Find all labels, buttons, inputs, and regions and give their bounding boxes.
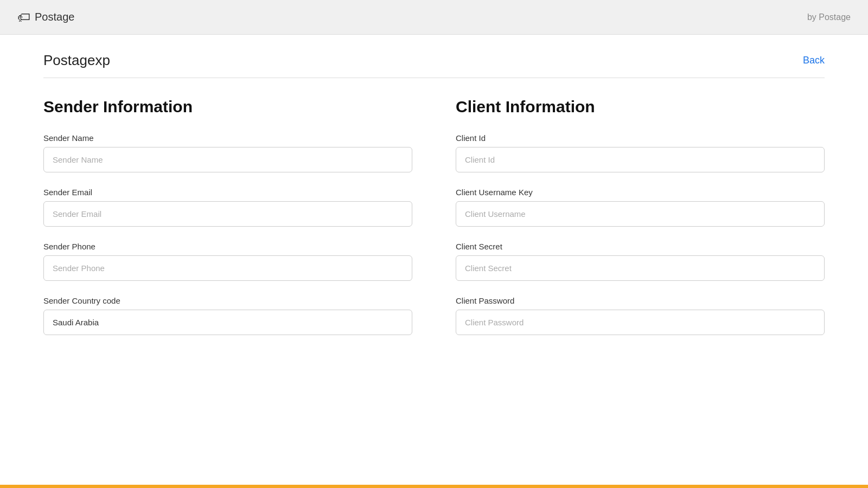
title-divider [43, 78, 825, 78]
sender-phone-label: Sender Phone [43, 242, 412, 251]
by-postage-label: by Postage [807, 12, 851, 22]
client-password-group: Client Password [456, 296, 825, 335]
sender-name-input[interactable] [43, 147, 412, 172]
form-columns: Sender Information Sender Name Sender Em… [43, 98, 825, 350]
logo: 🏷 Postage [17, 10, 74, 25]
sender-country-code-group: Sender Country code [43, 296, 412, 335]
sender-email-input[interactable] [43, 201, 412, 227]
sender-section-title: Sender Information [43, 98, 412, 116]
client-section: Client Information Client Id Client User… [456, 98, 825, 350]
sender-phone-input[interactable] [43, 255, 412, 281]
client-password-label: Client Password [456, 296, 825, 305]
client-secret-label: Client Secret [456, 242, 825, 251]
client-section-title: Client Information [456, 98, 825, 116]
client-username-key-group: Client Username Key [456, 188, 825, 227]
back-button[interactable]: Back [803, 55, 825, 66]
sender-country-code-label: Sender Country code [43, 296, 412, 305]
sender-country-code-input[interactable] [43, 310, 412, 335]
sender-name-label: Sender Name [43, 133, 412, 143]
main-content: Postagexp Back Sender Information Sender… [0, 35, 868, 488]
client-secret-input[interactable] [456, 255, 825, 281]
app-name: Postage [35, 11, 74, 23]
client-password-input[interactable] [456, 310, 825, 335]
page-title: Postagexp [43, 52, 110, 69]
client-secret-group: Client Secret [456, 242, 825, 281]
client-id-input[interactable] [456, 147, 825, 172]
sender-name-group: Sender Name [43, 133, 412, 172]
sender-email-group: Sender Email [43, 188, 412, 227]
bottom-accent-bar [0, 485, 868, 488]
client-username-key-input[interactable] [456, 201, 825, 227]
client-id-label: Client Id [456, 133, 825, 143]
client-id-group: Client Id [456, 133, 825, 172]
sender-phone-group: Sender Phone [43, 242, 412, 281]
page-title-row: Postagexp Back [43, 52, 825, 69]
sender-section: Sender Information Sender Name Sender Em… [43, 98, 412, 350]
sender-email-label: Sender Email [43, 188, 412, 197]
app-header: 🏷 Postage by Postage [0, 0, 868, 35]
client-username-key-label: Client Username Key [456, 188, 825, 197]
logo-icon: 🏷 [17, 10, 30, 25]
